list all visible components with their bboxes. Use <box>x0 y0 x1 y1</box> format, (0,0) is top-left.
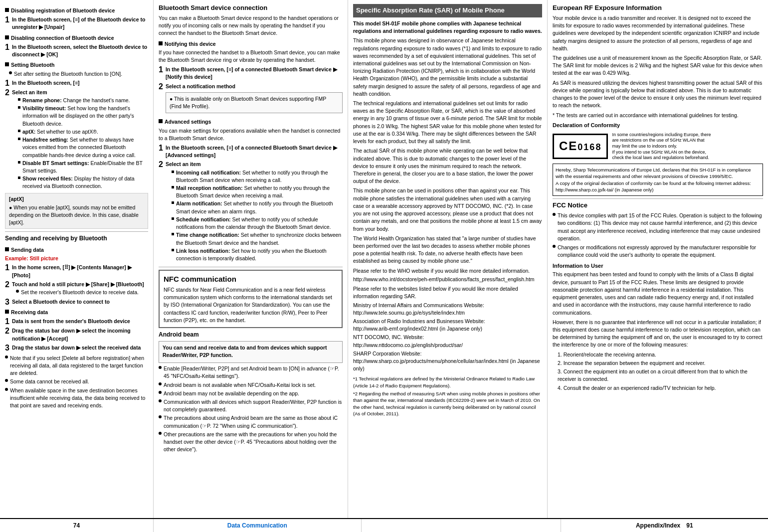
sub-bullet-icon <box>172 186 174 188</box>
step-text: In the Bluetooth screen, [≡] of a connec… <box>166 144 343 159</box>
subitem-show-files: Show received files: Display the history… <box>18 175 148 190</box>
sar-arib-website: Association of Radio Industries and Busi… <box>353 318 542 333</box>
example-label: Example: Still picture <box>5 255 148 262</box>
sending-receiving-title: Sending and receiving by Bluetooth <box>5 234 148 243</box>
bullet-text: Android beam is not available when NFC/O… <box>164 381 316 389</box>
section-title: Setting Bluetooth <box>11 61 55 69</box>
android-beam-callout-title: You can send and receive data to and fro… <box>163 344 339 359</box>
bullet-text: Set after setting the Bluetooth function… <box>14 70 122 78</box>
subitem-text: Disable BT Smart settings: Enable/Disabl… <box>22 160 148 175</box>
sub-bullet-icon <box>18 138 20 140</box>
step-text: Drag the status bar down ▶ select the in… <box>12 327 148 342</box>
step-number: 2 <box>5 281 9 289</box>
android-bullet-4: Communication with all devices which sup… <box>159 398 343 413</box>
subitem-handsfree: Handsfree setting: Set whether to always… <box>18 136 148 159</box>
receiving-data-title: Receiving data <box>11 309 48 316</box>
step-number: 3 <box>5 344 9 352</box>
aptx-box-text: ● When you enable [aptX], sounds may not… <box>9 204 144 227</box>
note-text: When available space in the save destina… <box>10 387 148 410</box>
sar-ntt-website: NTT DOCOMO, INC. Website:http://www.nttd… <box>353 334 542 349</box>
step-1-disconnect: 1 In the Bluetooth screen, select the Bl… <box>5 43 148 58</box>
aptx-box-title: [aptX] <box>9 195 144 203</box>
notifying-intro: If you have connected the handset to a B… <box>159 49 343 64</box>
step-2-drag-accept: 2 Drag the status bar down ▶ select the … <box>5 327 148 342</box>
note-1: Note that if you select [Delete all befo… <box>5 355 148 377</box>
eu-rf-tests-note: * The tests are carried out in accordanc… <box>553 112 763 119</box>
subitem-text: Show received files: Display the history… <box>22 175 148 190</box>
callout-text: ● This is available only on Bluetooth Sm… <box>170 96 326 109</box>
aptx-callout-box: [aptX] ● When you enable [aptX], sounds … <box>5 193 148 229</box>
step-number: 2 <box>5 327 9 335</box>
step-number: 1 <box>5 318 9 326</box>
bottom-right-area: Appendix/Index 91 <box>561 519 768 532</box>
sub-bullet-icon <box>172 171 174 173</box>
step-1-advanced: 1 In the Bluetooth screen, [≡] of a conn… <box>159 144 343 159</box>
bullet-icon <box>159 382 162 385</box>
sub-bullet-icon <box>172 217 174 220</box>
advanced-title: Advanced settings <box>165 118 211 126</box>
eu-rf-body-0: Your mobile device is a radio transmitte… <box>553 14 763 52</box>
bullet-icon <box>159 399 162 402</box>
step-text: Data is sent from the sender's Bluetooth… <box>12 318 148 325</box>
measure-1: 1. Reorient/relocate the receiving anten… <box>558 351 763 358</box>
step-2-select-adv-item: 2 Select an item Incoming call notificat… <box>159 161 343 263</box>
sar-header: Specific Absorption Rate (SAR) of Mobile… <box>353 4 542 17</box>
subitem-schedule: Schedule notification: Set whether to no… <box>172 216 343 231</box>
android-bullet-1: Enable [Reader/Writer, P2P] and set Andr… <box>159 365 343 380</box>
subitem-aptx: aptX: Set whether to use aptX®. <box>18 128 148 136</box>
step-text: Select an item Rename phone: Change the … <box>12 89 148 191</box>
bullet-icon <box>553 245 556 248</box>
sar-title: Specific Absorption Rate (SAR) of Mobile… <box>356 6 505 14</box>
step-text: Select an item Incoming call notificatio… <box>166 161 343 263</box>
measure-3: 3. Connect the equipment into an outlet … <box>558 368 763 383</box>
step-1-home: 1 In the home screen, [⠿] ▶ [Contents Ma… <box>5 264 148 279</box>
step-number: 3 <box>5 298 9 306</box>
sar-footnote-2: *2 Regarding the method of measuring SAR… <box>353 390 542 417</box>
subitem-rename: Rename phone: Change the handset's name. <box>18 97 148 104</box>
herby-text: Hereby, Sharp Telecommunications of Euro… <box>556 167 760 193</box>
setting-bt-note: Set after setting the Bluetooth function… <box>9 70 148 78</box>
ce-number: 0168 <box>577 142 601 152</box>
eu-rf-body-1: The guidelines use a unit of measurement… <box>553 54 763 77</box>
step-2-select-notification: 2 Select a notification method ● This is… <box>159 83 343 116</box>
bullet-text: The precautions about using Android beam… <box>164 414 343 429</box>
section-bullet-icon <box>159 119 163 123</box>
divider <box>5 231 148 232</box>
sar-sharp-website: SHARP Corporation Website:http://www.sha… <box>353 350 542 373</box>
step-2-select-item: 2 Select an item Rename phone: Change th… <box>5 89 148 191</box>
bottom-bar: 74 Data Communication Appendix/Index 91 <box>0 518 768 532</box>
section-bullet-icon <box>5 8 9 12</box>
step-1-bt-screen: 1 In the Bluetooth screen, [≡] <box>5 79 148 87</box>
subitem-text: Link loss notification: Set how to notif… <box>176 247 343 262</box>
step-text: In the Bluetooth screen, [≡] <box>12 79 148 87</box>
bullet-icon <box>5 355 8 358</box>
sar-column: Specific Absorption Rate (SAR) of Mobile… <box>348 0 548 518</box>
subitem-text: Schedule notification: Set whether to no… <box>176 216 343 231</box>
advanced-intro: You can make settings for operations ava… <box>159 127 343 142</box>
step-3-select-device: 3 Select a Bluetooth device to connect t… <box>5 298 148 306</box>
ce-logo: CE0168 <box>553 134 608 159</box>
subitem-text: Rename phone: Change the handset's name. <box>22 97 130 104</box>
section-bullet-icon <box>5 62 9 66</box>
subitem-visibility: Visibility timeout: Set how long the han… <box>18 105 148 128</box>
bullet-icon <box>5 379 8 382</box>
info-user-body-1: However, there is no guarantee that inte… <box>553 319 763 349</box>
step-1-notify: 1 In the Bluetooth screen, [≡] of a conn… <box>159 66 343 81</box>
sar-mic-website: Ministry of Internal Affairs and Communi… <box>353 302 542 317</box>
sub-bullet-icon <box>18 98 20 101</box>
subitem-link-loss: Link loss notification: Set how to notif… <box>172 247 343 262</box>
fcc-text: This device complies with part 15 of the… <box>558 212 763 242</box>
bullet-text: Enable [Reader/Writer, P2P] and set Andr… <box>164 365 343 380</box>
fcc-title: FCC Notice <box>553 201 763 210</box>
left-column: Disabling registration of Bluetooth devi… <box>0 0 154 518</box>
section-title: Disabling registration of Bluetooth devi… <box>11 7 115 14</box>
ce-logo-area: CE0168 In some countries/regions includi… <box>553 132 763 161</box>
step-number: 1 <box>159 66 163 74</box>
info-user-body-0: This equipment has been tested and found… <box>553 271 763 316</box>
sending-data-title: Sending data <box>11 246 44 254</box>
android-beam-title: Android beam <box>159 331 343 339</box>
nfc-box: NFC communication NFC stands for Near Fi… <box>159 270 343 328</box>
bullet-icon <box>9 71 12 74</box>
section-bullet-icon <box>5 247 9 251</box>
bt-smart-title: Bluetooth Smart device connection <box>159 4 343 12</box>
